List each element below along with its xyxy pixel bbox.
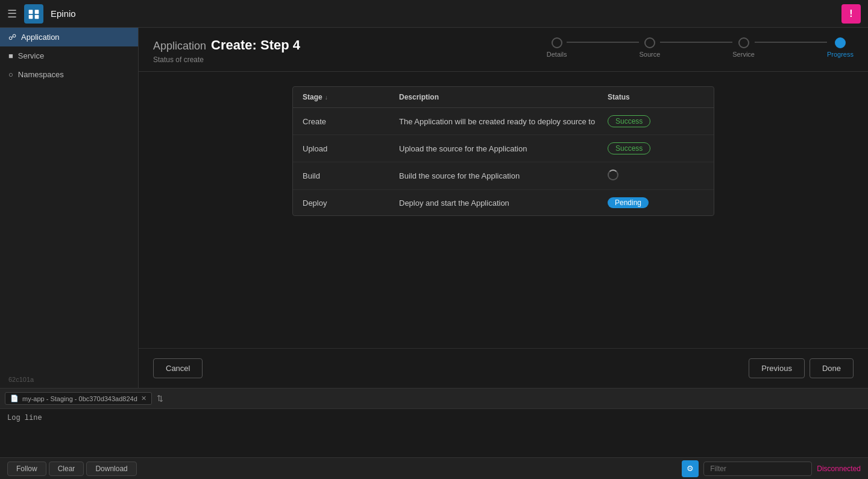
table-row: Upload Upload the source for the Applica… [293,135,714,162]
content-area: Application Create: Step 4 Status of cre… [139,28,868,388]
filter-input[interactable] [703,462,812,476]
table-row: Deploy Deploy and start the Application … [293,190,714,215]
stages-table: Stage ↓ Description Status Create The Ap… [292,86,714,216]
description-cell: Upload the source for the Application [399,144,608,153]
page-subtitle: Status of create [153,56,300,64]
log-expand-icon[interactable]: ⇅ [157,394,163,403]
btn-group-right: Previous Done [749,358,854,378]
step-service-circle [738,37,749,48]
log-bottom-right: ⚙ Disconnected [682,460,861,477]
log-tab-close-icon[interactable]: ✕ [141,395,146,402]
stage-cell: Upload [303,144,399,153]
sort-icon[interactable]: ↓ [325,94,328,101]
step-source-circle [644,37,655,48]
log-tab[interactable]: 📄 my-app - Staging - 0bc370d343ad824d ✕ [5,392,152,405]
table-row: Create The Application will be created r… [293,108,714,135]
footer-buttons: Cancel Previous Done [139,348,868,388]
sidebar-version: 62c101a [0,371,138,388]
sidebar: ☍ Application ■ Service ○ Namespaces 62c… [0,28,139,388]
svg-rect-3 [35,14,39,19]
status-badge: Success [608,142,650,154]
connector-1 [567,42,639,43]
sidebar-item-namespaces[interactable]: ○ Namespaces [0,65,138,84]
page-header: Application Create: Step 4 Status of cre… [139,28,868,72]
support-button[interactable]: ! [841,4,861,24]
sidebar-item-label: Application [21,33,60,42]
connector-3 [755,42,827,43]
svg-rect-2 [29,14,33,19]
description-cell: Deploy and start the Application [399,198,608,208]
connector-2 [660,42,732,43]
step-source: Source [639,37,660,58]
svg-rect-1 [35,10,39,14]
log-panel: 📄 my-app - Staging - 0bc370d343ad824d ✕ … [0,388,868,479]
log-tab-label: my-app - Staging - 0bc370d343ad824d [22,395,137,402]
previous-button[interactable]: Previous [749,358,805,378]
svg-rect-0 [29,10,33,14]
loading-spinner [608,170,618,180]
sidebar-item-label: Namespaces [18,70,64,79]
clear-button[interactable]: Clear [49,462,84,476]
table-row: Build Build the source for the Applicati… [293,162,714,190]
step-service-label: Service [732,51,755,58]
table-header: Stage ↓ Description Status [293,87,714,108]
service-icon: ■ [8,51,13,60]
step-progress: Progress [827,37,854,58]
col-stage: Stage ↓ [303,93,399,101]
sidebar-item-label: Service [18,51,44,60]
logo [24,4,43,24]
logo-icon [28,8,40,20]
menu-icon[interactable]: ☰ [7,7,17,21]
description-cell: Build the source for the Application [399,171,608,180]
status-badge: Success [608,115,650,127]
step-progress-circle [835,37,846,48]
breadcrumb-app: Application [153,40,206,52]
step-details: Details [547,37,567,58]
cancel-button[interactable]: Cancel [153,358,203,378]
step-details-label: Details [547,51,567,58]
step-progress-label: Progress [827,51,854,58]
status-badge: Pending [608,197,649,208]
topbar-left: ☰ Epinio [7,4,76,24]
stage-cell: Create [303,117,399,126]
done-button[interactable]: Done [810,358,854,378]
main-content: Stage ↓ Description Status Create The Ap… [139,72,868,348]
log-tabs: 📄 my-app - Staging - 0bc370d343ad824d ✕ … [0,389,868,409]
log-tab-file-icon: 📄 [10,395,19,402]
follow-button[interactable]: Follow [7,462,46,476]
namespaces-icon: ○ [8,70,13,79]
status-cell [608,170,704,182]
app-name: Epinio [51,8,76,19]
status-cell: Pending [608,197,704,208]
step-details-circle [552,37,562,48]
description-cell: The Application will be created ready to… [399,117,608,126]
log-bottom: Follow Clear Download ⚙ Disconnected [0,457,868,479]
step-service: Service [732,37,755,58]
stage-cell: Deploy [303,198,399,208]
gear-button[interactable]: ⚙ [682,460,699,477]
log-bottom-left: Follow Clear Download [7,462,137,476]
application-icon: ☍ [8,33,16,42]
col-status: Status [608,93,704,101]
steps-row: Details Source Service Pro [547,37,854,66]
download-button[interactable]: Download [86,462,136,476]
status-cell: Success [608,142,704,154]
main-layout: ☍ Application ■ Service ○ Namespaces 62c… [0,28,868,388]
col-description: Description [399,93,608,101]
sidebar-item-application[interactable]: ☍ Application [0,28,138,46]
status-cell: Success [608,115,704,127]
disconnected-status: Disconnected [817,465,861,473]
page-title: Create: Step 4 [211,37,300,53]
breadcrumb: Application Create: Step 4 [153,37,300,53]
step-source-label: Source [639,51,660,58]
topbar: ☰ Epinio ! [0,0,868,28]
log-line: Log line [7,414,42,422]
sidebar-item-service[interactable]: ■ Service [0,46,138,65]
log-content: Log line [0,409,868,457]
stage-cell: Build [303,171,399,180]
